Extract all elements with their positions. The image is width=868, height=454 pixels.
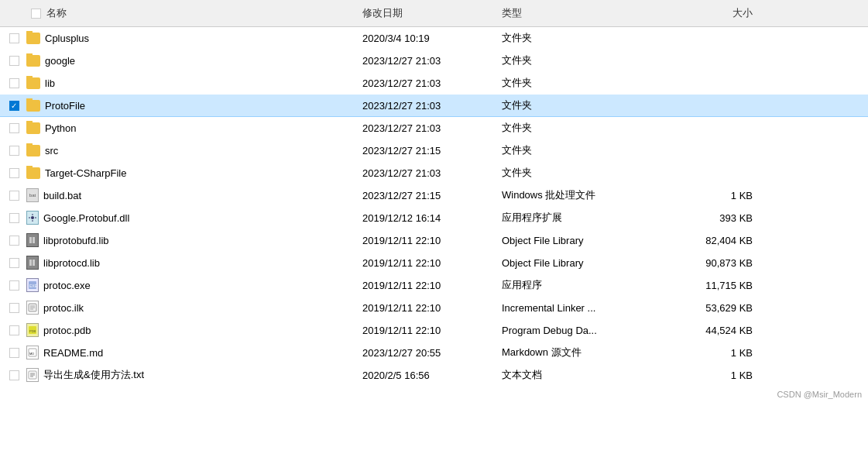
file-modified: 2023/12/27 21:03 [356, 98, 496, 113]
file-size: 44,524 KB [666, 323, 759, 338]
file-name-text: libprotocd.lib [43, 257, 100, 269]
row-checkbox-area [6, 236, 22, 246]
table-row[interactable]: Cplusplus2020/3/4 10:19文件夹 [0, 27, 868, 50]
svg-rect-1 [29, 237, 32, 243]
file-type: Markdown 源文件 [496, 344, 666, 361]
file-type: 文本文档 [496, 366, 666, 383]
file-type: 应用程序 [496, 277, 666, 294]
row-checkbox-area [6, 348, 22, 358]
row-checkbox[interactable] [9, 258, 19, 268]
svg-text:MD: MD [29, 352, 34, 356]
table-row[interactable]: lib2023/12/27 21:03文件夹 [0, 72, 868, 95]
table-row[interactable]: Python2023/12/27 21:03文件夹 [0, 117, 868, 139]
row-checkbox[interactable] [9, 191, 19, 201]
row-checkbox[interactable] [9, 78, 19, 88]
file-name-text: lib [45, 77, 55, 89]
row-checkbox[interactable] [9, 123, 19, 133]
file-size: 11,715 KB [666, 278, 759, 293]
table-row[interactable]: EXEprotoc.exe2019/12/11 22:10应用程序11,715 … [0, 274, 868, 297]
row-checkbox[interactable] [9, 33, 19, 43]
table-row[interactable]: src2023/12/27 21:15文件夹 [0, 139, 868, 162]
file-size [666, 81, 759, 84]
table-row[interactable]: build.bat2023/12/27 21:15Windows 批处理文件1 … [0, 184, 868, 207]
file-modified: 2023/12/27 20:55 [356, 346, 496, 360]
file-name-text: README.md [43, 347, 103, 359]
svg-rect-2 [33, 237, 35, 243]
row-checkbox[interactable] [9, 370, 19, 380]
lib-icon [26, 233, 39, 247]
file-name-cell: libprotobufd.lib [0, 232, 356, 249]
folder-icon [26, 100, 40, 112]
column-header-type[interactable]: 类型 [496, 3, 666, 23]
table-row[interactable]: Target-CSharpFile2023/12/27 21:03文件夹 [0, 162, 868, 184]
table-row[interactable]: MDREADME.md2023/12/27 20:55Markdown 源文件1… [0, 342, 868, 364]
file-size: 82,404 KB [666, 233, 759, 248]
file-type: 应用程序扩展 [496, 209, 666, 226]
row-checkbox[interactable] [9, 146, 19, 156]
column-header-name[interactable]: 名称 [0, 3, 356, 23]
file-type: 文件夹 [496, 164, 666, 181]
row-checkbox[interactable] [9, 348, 19, 358]
row-checkbox[interactable] [9, 303, 19, 313]
file-size: 90,873 KB [666, 256, 759, 270]
file-type: Object File Library [496, 233, 666, 248]
row-checkbox[interactable] [9, 56, 19, 66]
svg-text:PDB: PDB [29, 329, 36, 333]
folder-icon [26, 33, 40, 44]
table-row[interactable]: google2023/12/27 21:03文件夹 [0, 50, 868, 72]
file-name-cell: Cplusplus [0, 31, 356, 46]
file-name-text: protoc.ilk [43, 302, 84, 314]
file-name-cell: src [0, 143, 356, 158]
row-checkbox-area: ✓ [6, 101, 22, 111]
file-name-cell: ✓ProtoFile [0, 98, 356, 113]
file-type: 文件夹 [496, 29, 666, 46]
file-name-text: libprotobufd.lib [43, 235, 109, 246]
file-type: Incremental Linker ... [496, 301, 666, 315]
dll-icon [26, 211, 39, 225]
row-checkbox-area [6, 325, 22, 335]
row-checkbox[interactable] [9, 236, 19, 246]
txt-icon [26, 368, 39, 382]
file-name-cell: MDREADME.md [0, 344, 356, 361]
file-name-text: protoc.exe [43, 280, 91, 291]
folder-icon [26, 55, 40, 67]
table-row[interactable]: PDBprotoc.pdb2019/12/11 22:10Program Deb… [0, 319, 868, 342]
file-type: Object File Library [496, 256, 666, 270]
row-checkbox[interactable]: ✓ [9, 101, 19, 111]
file-modified: 2020/3/4 10:19 [356, 31, 496, 46]
file-name-cell: Google.Protobuf.dll [0, 209, 356, 226]
row-checkbox[interactable] [9, 168, 19, 178]
file-size [666, 36, 759, 40]
table-row[interactable]: Google.Protobuf.dll2019/12/12 16:14应用程序扩… [0, 207, 868, 229]
table-row[interactable]: 导出生成&使用方法.txt2020/2/5 16:56文本文档1 KB [0, 364, 868, 387]
table-row[interactable]: protoc.ilk2019/12/11 22:10Incremental Li… [0, 297, 868, 319]
folder-icon [26, 167, 40, 179]
file-name-text: build.bat [43, 190, 81, 201]
file-size: 1 KB [666, 188, 759, 203]
file-size [666, 149, 759, 152]
row-checkbox-area [6, 370, 22, 380]
file-type: 文件夹 [496, 97, 666, 114]
folder-icon [26, 122, 40, 134]
svg-rect-3 [29, 260, 32, 266]
table-row[interactable]: libprotobufd.lib2019/12/11 22:10Object F… [0, 229, 868, 252]
file-modified: 2023/12/27 21:15 [356, 188, 496, 203]
row-checkbox-area [6, 56, 22, 66]
file-type: 文件夹 [496, 119, 666, 136]
lib-icon [26, 256, 39, 270]
file-name-cell: lib [0, 76, 356, 91]
file-name-cell: 导出生成&使用方法.txt [0, 366, 356, 383]
file-modified: 2023/12/27 21:03 [356, 53, 496, 68]
table-row[interactable]: ✓ProtoFile2023/12/27 21:03文件夹 [0, 95, 868, 117]
header-checkbox[interactable] [31, 9, 41, 19]
column-header-size[interactable]: 大小 [666, 3, 759, 23]
table-row[interactable]: libprotocd.lib2019/12/11 22:10Object Fil… [0, 252, 868, 274]
file-name-cell: EXEprotoc.exe [0, 277, 356, 294]
row-checkbox[interactable] [9, 325, 19, 335]
file-size [666, 59, 759, 62]
column-header-modified[interactable]: 修改日期 [356, 3, 496, 23]
svg-text:EXE: EXE [29, 284, 37, 288]
row-checkbox[interactable] [9, 213, 19, 223]
row-checkbox[interactable] [9, 280, 19, 291]
file-name-cell: protoc.ilk [0, 299, 356, 316]
